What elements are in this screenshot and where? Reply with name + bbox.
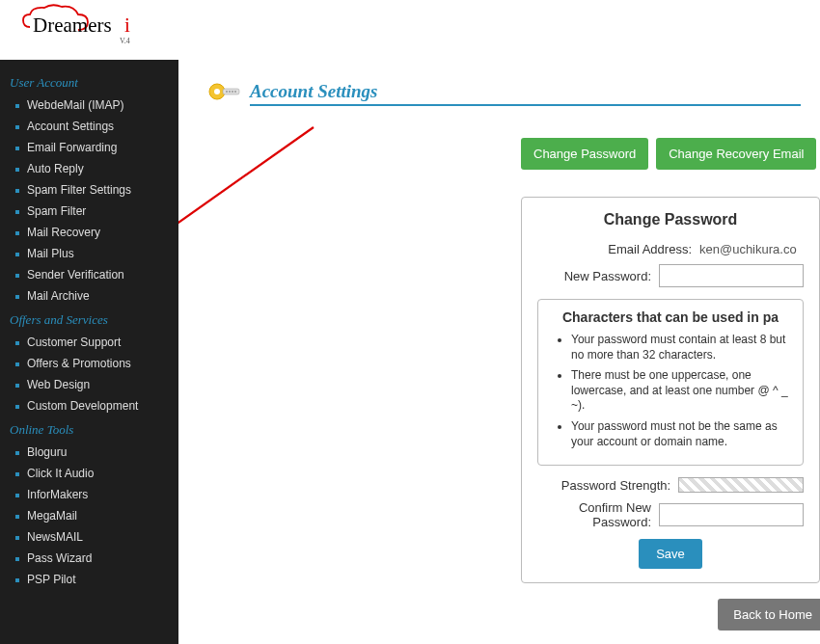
password-rule: There must be one uppercase, one lowerca… xyxy=(571,368,789,414)
svg-point-7 xyxy=(226,91,228,93)
sidebar-item-label: Email Forwarding xyxy=(27,141,117,154)
password-rules-box: Characters that can be used in pa Your p… xyxy=(537,299,804,466)
sidebar-item-mail-archive[interactable]: Mail Archive xyxy=(0,285,178,307)
sidebar-item-label: Sender Verification xyxy=(27,268,124,282)
confirm-password-input[interactable] xyxy=(659,503,804,526)
sidebar-item-label: Custom Development xyxy=(27,399,138,413)
sidebar-item-pass-wizard[interactable]: Pass Wizard xyxy=(0,548,178,569)
password-strength-meter xyxy=(678,477,804,493)
svg-text:i: i xyxy=(124,13,130,37)
sidebar-item-custom-development[interactable]: Custom Development xyxy=(0,395,178,416)
confirm-password-label: Confirm New Password: xyxy=(537,500,659,529)
sidebar-item-label: Spam Filter Settings xyxy=(27,183,131,197)
sidebar-item-label: Auto Reply xyxy=(27,162,84,175)
back-to-home-button[interactable]: Back to Home xyxy=(718,599,820,631)
sidebar-item-psp-pilot[interactable]: PSP Pilot xyxy=(0,569,178,590)
sidebar-item-megamail[interactable]: MegaMail xyxy=(0,505,178,526)
sidebar-item-email-forwarding[interactable]: Email Forwarding xyxy=(0,137,178,158)
svg-point-10 xyxy=(234,91,236,93)
sidebar-item-label: Mail Archive xyxy=(27,289,90,303)
sidebar-item-label: Customer Support xyxy=(27,335,121,349)
sidebar-item-label: Mail Plus xyxy=(27,247,74,260)
password-rule: Your password must contain at least 8 bu… xyxy=(571,333,789,362)
sidebar-item-spam-filter[interactable]: Spam Filter xyxy=(0,201,178,222)
change-password-button[interactable]: Change Password xyxy=(521,138,648,170)
logo: Dreamers i V.4 xyxy=(15,3,141,57)
email-label: Email Address: xyxy=(537,242,699,256)
sidebar-item-offers-promotions[interactable]: Offers & Promotions xyxy=(0,353,178,374)
svg-point-8 xyxy=(229,91,231,93)
change-password-panel: Change Password Email Address: ken@uchik… xyxy=(521,197,820,583)
sidebar-item-auto-reply[interactable]: Auto Reply xyxy=(0,158,178,179)
panel-title: Change Password xyxy=(537,211,804,228)
sidebar-item-bloguru[interactable]: Bloguru xyxy=(0,442,178,463)
sidebar-item-customer-support[interactable]: Customer Support xyxy=(0,332,178,353)
sidebar-section-title: Online Tools xyxy=(0,416,178,442)
sidebar-item-label: Mail Recovery xyxy=(27,226,100,239)
svg-point-9 xyxy=(232,91,233,93)
rules-title: Characters that can be used in pa xyxy=(552,309,789,325)
main-content: Account Settings Change Password Change … xyxy=(178,60,820,644)
new-password-input[interactable] xyxy=(659,264,804,287)
sidebar-section-title: Offers and Services xyxy=(0,307,178,332)
sidebar-item-mail-recovery[interactable]: Mail Recovery xyxy=(0,222,178,243)
sidebar-item-label: Spam Filter xyxy=(27,204,86,218)
header: Dreamers i V.4 xyxy=(0,0,820,60)
logo-text: Dreamers xyxy=(33,13,112,37)
sidebar-item-label: Web Design xyxy=(27,378,90,391)
page-title: Account Settings xyxy=(250,81,801,106)
strength-label: Password Strength: xyxy=(537,478,678,493)
password-rule: Your password must not be the same as yo… xyxy=(571,419,789,449)
sidebar-item-label: Account Settings xyxy=(27,120,114,133)
email-value: ken@uchikura.co xyxy=(699,242,797,256)
save-button[interactable]: Save xyxy=(639,539,702,569)
svg-rect-6 xyxy=(223,89,239,94)
sidebar-item-label: Click It Audio xyxy=(27,467,94,480)
sidebar-item-webdemail-imap-[interactable]: WebdeMail (IMAP) xyxy=(0,94,178,116)
sidebar-item-label: Pass Wizard xyxy=(27,551,92,565)
sidebar-item-spam-filter-settings[interactable]: Spam Filter Settings xyxy=(0,179,178,201)
svg-point-5 xyxy=(214,89,220,94)
sidebar-item-web-design[interactable]: Web Design xyxy=(0,374,178,395)
sidebar-item-label: NewsMAIL xyxy=(27,530,83,544)
sidebar-item-newsmail[interactable]: NewsMAIL xyxy=(0,526,178,548)
sidebar-item-label: PSP Pilot xyxy=(27,573,75,586)
sidebar-section-title: User Account xyxy=(0,69,178,94)
new-password-label: New Password: xyxy=(537,269,659,283)
action-buttons: Change Password Change Recovery Email Ma… xyxy=(207,138,820,170)
sidebar-item-informakers[interactable]: InforMakers xyxy=(0,484,178,505)
sidebar-item-label: InforMakers xyxy=(27,488,88,501)
sidebar: User AccountWebdeMail (IMAP)Account Sett… xyxy=(0,60,178,644)
logo-version: V.4 xyxy=(120,37,130,45)
sidebar-item-account-settings[interactable]: Account Settings xyxy=(0,116,178,137)
change-recovery-email-button[interactable]: Change Recovery Email xyxy=(656,138,816,170)
sidebar-item-label: MegaMail xyxy=(27,509,77,523)
sidebar-item-click-it-audio[interactable]: Click It Audio xyxy=(0,463,178,484)
sidebar-item-sender-verification[interactable]: Sender Verification xyxy=(0,264,178,285)
sidebar-item-label: Offers & Promotions xyxy=(27,357,131,370)
sidebar-item-label: WebdeMail (IMAP) xyxy=(27,98,123,112)
sidebar-item-mail-plus[interactable]: Mail Plus xyxy=(0,243,178,264)
sidebar-item-label: Bloguru xyxy=(27,445,67,459)
key-icon xyxy=(207,77,242,109)
